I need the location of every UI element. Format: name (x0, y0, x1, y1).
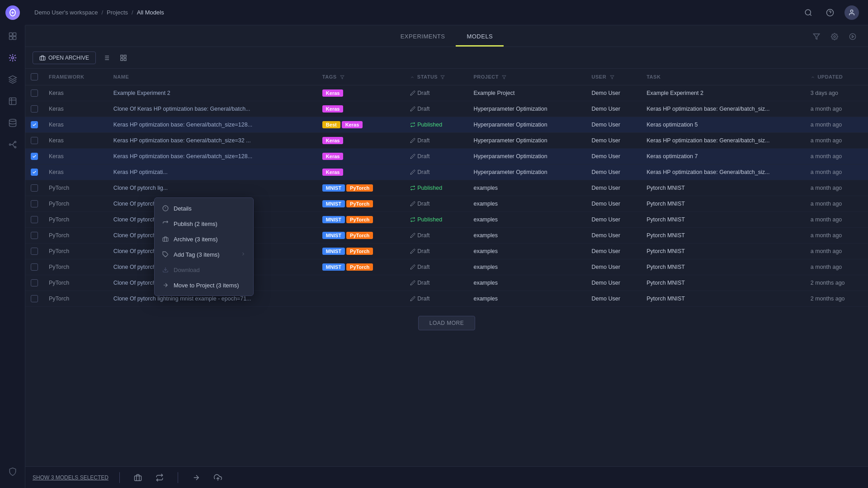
show-selected-link[interactable]: SHOW 3 MODELS SELECTED (33, 474, 108, 481)
help-icon[interactable] (823, 5, 837, 20)
grid-view-button[interactable] (117, 51, 130, 65)
breadcrumb-workspace[interactable]: Demo User's workspace (34, 9, 98, 16)
filter-icon[interactable] (810, 30, 823, 43)
bottom-publish-icon[interactable] (152, 470, 167, 485)
load-more-container: LOAD MORE (25, 307, 868, 339)
cell-name[interactable]: Keras HP optimizati... (108, 164, 317, 180)
cell-name[interactable]: Keras HP optimization base: General/batc… (108, 117, 317, 133)
row-checkbox[interactable] (31, 232, 38, 239)
table-row: PyTorchClone Of pytorch lightning mnist … (25, 291, 868, 307)
row-checkbox[interactable] (31, 184, 38, 192)
search-icon[interactable] (801, 5, 816, 20)
cell-status: Draft (405, 133, 468, 149)
cell-name[interactable]: Keras HP optimization base: General/batc… (108, 149, 317, 164)
cell-task: Keras optimization 7 (641, 149, 805, 164)
cell-framework: PyTorch (43, 275, 108, 291)
row-checkbox[interactable] (31, 248, 38, 255)
cell-project: Example Project (468, 85, 586, 101)
menu-item-move[interactable]: Move to Project (3 items) (155, 277, 253, 293)
cell-framework: Keras (43, 117, 108, 133)
row-checkbox[interactable] (31, 295, 38, 302)
col-status: STATUS (405, 69, 468, 85)
cell-name[interactable]: Keras HP optimization base: General/batc… (108, 133, 317, 149)
cell-name[interactable]: Example Experiment 2 (108, 85, 317, 101)
row-checkbox[interactable] (31, 200, 38, 207)
svg-rect-34 (163, 238, 168, 241)
row-checkbox[interactable] (31, 89, 38, 97)
menu-item-archive[interactable]: Archive (3 items) (155, 231, 253, 247)
sidebar-item-layers[interactable] (0, 69, 25, 90)
tab-experiments[interactable]: EXPERIMENTS (390, 28, 456, 47)
cell-user: Demo User (586, 228, 642, 244)
menu-item-publish[interactable]: Publish (2 items) (155, 216, 253, 231)
menu-item-add-tag[interactable]: Add Tag (3 items) (155, 247, 253, 262)
cell-project: examples (468, 291, 586, 307)
sidebar-item-settings[interactable] (0, 461, 25, 483)
sidebar-item-pipelines[interactable] (0, 134, 25, 155)
svg-marker-15 (852, 35, 854, 38)
row-checkbox[interactable] (31, 137, 38, 144)
cell-tags: Keras (317, 133, 405, 149)
sidebar-bottom (0, 461, 25, 488)
tag-keras: Keras (322, 137, 344, 144)
row-checkbox[interactable] (31, 105, 38, 113)
row-checkbox[interactable] (31, 121, 38, 128)
list-view-button[interactable] (99, 51, 113, 65)
svg-rect-2 (9, 37, 12, 40)
settings-icon[interactable] (828, 30, 841, 43)
table-row: KerasKeras HP optimization base: General… (25, 149, 868, 164)
sidebar-item-models[interactable] (0, 47, 25, 69)
bottom-upload-icon[interactable] (211, 470, 225, 485)
cell-user: Demo User (586, 133, 642, 149)
row-checkbox[interactable] (31, 263, 38, 271)
svg-point-9 (805, 9, 811, 15)
sidebar-item-experiments[interactable] (0, 90, 25, 112)
cell-status: Draft (405, 164, 468, 180)
cell-tags: Keras (317, 149, 405, 164)
row-checkbox[interactable] (31, 279, 38, 286)
cell-user: Demo User (586, 196, 642, 212)
cell-framework: PyTorch (43, 212, 108, 228)
logo[interactable] (0, 0, 25, 25)
col-tags: TAGS (317, 69, 405, 85)
sidebar-item-dashboard[interactable] (0, 25, 25, 47)
row-checkbox[interactable] (31, 153, 38, 160)
open-archive-button[interactable]: OPEN ARCHIVE (33, 52, 96, 64)
menu-item-label: Download (174, 267, 200, 273)
svg-rect-23 (121, 55, 123, 57)
svg-point-11 (850, 10, 853, 12)
avatar[interactable] (844, 5, 859, 20)
tab-models[interactable]: MODELS (456, 28, 504, 47)
breadcrumb-sep-2: / (132, 9, 133, 16)
col-task: TASK (641, 69, 805, 85)
row-checkbox[interactable] (31, 216, 38, 223)
breadcrumb-projects[interactable]: Projects (107, 9, 128, 16)
col-project: PROJECT (468, 69, 586, 85)
cell-framework: Keras (43, 133, 108, 149)
load-more-button[interactable]: LOAD MORE (418, 316, 476, 330)
tag-keras: Keras (322, 89, 344, 97)
cell-updated: a month ago (805, 259, 868, 275)
logo-icon (5, 5, 20, 20)
cell-user: Demo User (586, 117, 642, 133)
play-icon[interactable] (846, 30, 859, 43)
cell-name[interactable]: Clone Of Keras HP optimization base: Gen… (108, 101, 317, 117)
cell-status: Draft (405, 244, 468, 259)
cell-task: Pytorch MNIST (641, 275, 805, 291)
cell-task: Pytorch MNIST (641, 244, 805, 259)
table-row: KerasExample Experiment 2Keras DraftExam… (25, 85, 868, 101)
menu-item-details[interactable]: Details (155, 201, 253, 216)
bottom-move-icon[interactable] (189, 470, 203, 485)
tag-mnist: MNIST (322, 216, 345, 223)
table-row: PyTorchClone Of pytorch lig...MNISTPyTor… (25, 180, 868, 196)
cell-updated: a month ago (805, 196, 868, 212)
select-all-checkbox[interactable] (31, 73, 38, 80)
bottom-bar: SHOW 3 MODELS SELECTED (25, 466, 868, 488)
cell-name[interactable]: Clone Of pytorch lig... (108, 180, 317, 196)
row-checkbox[interactable] (31, 169, 38, 176)
bottom-separator (119, 472, 120, 483)
sidebar-item-data[interactable] (0, 112, 25, 134)
bottom-archive-icon[interactable] (131, 470, 145, 485)
models-table: FRAMEWORK NAME TAGS STATUS (25, 69, 868, 307)
cell-updated: a month ago (805, 180, 868, 196)
